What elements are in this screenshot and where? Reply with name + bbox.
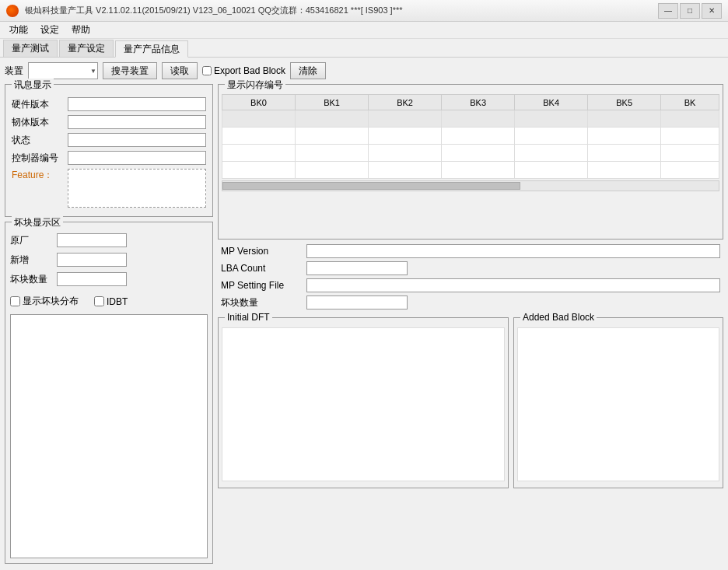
menu-item-settings[interactable]: 设定 (34, 22, 65, 38)
table-cell (369, 128, 442, 145)
flash-col-bk1: BK1 (296, 95, 369, 110)
show-distribution-checkbox[interactable] (10, 296, 20, 306)
show-distribution-item: 显示坏块分布 (10, 295, 79, 308)
table-cell (222, 145, 296, 162)
table-cell (661, 128, 719, 145)
initial-dft-textarea[interactable] (222, 327, 505, 481)
bb-count-row: 坏块数量 (10, 272, 208, 286)
table-row (222, 110, 719, 128)
table-row (222, 162, 719, 179)
minimize-button[interactable]: — (658, 3, 678, 19)
export-bad-block-checkbox[interactable] (202, 66, 212, 75)
table-cell (588, 145, 661, 162)
hardware-version-label: 硬件版本 (12, 98, 68, 111)
status-label: 状态 (12, 134, 68, 147)
bottom-panels: Initial DFT Added Bad Block (218, 317, 723, 488)
horizontal-scrollbar[interactable] (222, 180, 719, 191)
bb-count-label: 坏块数量 (10, 273, 57, 286)
added-bad-block-inner (514, 318, 723, 488)
added-bad-block-title: Added Bad Block (520, 312, 597, 323)
table-cell (661, 110, 719, 128)
new-label: 新增 (10, 254, 57, 267)
feature-textarea[interactable] (68, 169, 206, 208)
firmware-version-label: 韧体版本 (12, 116, 68, 129)
firmware-version-input[interactable] (68, 115, 206, 129)
toolbar: 装置 搜寻装置 读取 Export Bad Block 清除 (5, 62, 723, 79)
table-cell (515, 128, 588, 145)
flash-col-bk: BK (661, 95, 719, 110)
original-input[interactable] (57, 233, 127, 247)
flash-col-bk0: BK0 (222, 95, 296, 110)
mp-setting-file-label: MP Setting File (221, 280, 306, 291)
tab-mass-settings[interactable]: 量产设定 (59, 40, 114, 57)
main-content: 装置 搜寻装置 读取 Export Bad Block 清除 讯息显示 硬件版本… (0, 58, 728, 570)
initial-dft-title: Initial DFT (225, 312, 272, 323)
mp-setting-file-row: MP Setting File (221, 278, 720, 292)
scrollbar-thumb (222, 182, 520, 190)
table-cell (515, 162, 588, 179)
status-row: 状态 (12, 133, 206, 147)
bad-block-count-input[interactable] (306, 295, 408, 309)
menu-item-features[interactable]: 功能 (3, 22, 34, 38)
table-cell (515, 110, 588, 128)
lba-count-label: LBA Count (221, 263, 306, 274)
table-cell (442, 145, 515, 162)
controller-id-input[interactable] (68, 151, 206, 165)
device-select-wrapper[interactable] (28, 62, 98, 79)
idbt-checkbox[interactable] (94, 296, 104, 306)
menu-bar: 功能 设定 帮助 (0, 22, 728, 39)
idbt-item: IDBT (94, 296, 128, 307)
flash-col-bk4: BK4 (515, 95, 588, 110)
window-controls: — □ ✕ (658, 3, 722, 19)
device-select[interactable] (28, 62, 98, 79)
table-cell (515, 145, 588, 162)
table-cell (222, 110, 296, 128)
tab-mass-product-info[interactable]: 量产产品信息 (115, 40, 188, 58)
close-button[interactable]: ✕ (702, 3, 722, 19)
search-device-button[interactable]: 搜寻装置 (103, 62, 157, 79)
mp-version-input[interactable] (306, 244, 720, 258)
idbt-label: IDBT (107, 296, 128, 307)
table-cell (588, 162, 661, 179)
new-input[interactable] (57, 253, 127, 267)
table-cell (369, 145, 442, 162)
table-cell (442, 128, 515, 145)
bad-block-section-title: 坏块显示区 (12, 216, 63, 229)
hardware-version-input[interactable] (68, 97, 206, 111)
clear-button[interactable]: 清除 (290, 62, 326, 79)
menu-item-help[interactable]: 帮助 (65, 22, 96, 38)
title-bar-left: 银灿科技量产工具 V2.11.02.11(2015/09/21) V123_06… (6, 5, 403, 17)
mp-version-row: MP Version (221, 244, 720, 258)
bad-block-inner: 原厂 新增 坏块数量 显示坏块分布 (5, 222, 212, 563)
lba-count-row: LBA Count (221, 261, 720, 275)
table-cell (296, 162, 369, 179)
table-cell (296, 128, 369, 145)
mp-setting-file-input[interactable] (306, 278, 720, 292)
read-button[interactable]: 读取 (162, 62, 198, 79)
added-bad-block-panel: Added Bad Block (513, 317, 723, 488)
right-panel: 显示闪存编号 BK0 BK1 BK2 BK3 BK4 BK5 BK (218, 84, 723, 564)
table-cell (296, 145, 369, 162)
maximize-button[interactable]: □ (680, 3, 700, 19)
controller-id-label: 控制器编号 (12, 152, 68, 165)
flash-table: BK0 BK1 BK2 BK3 BK4 BK5 BK (222, 94, 719, 179)
table-cell (442, 162, 515, 179)
export-bad-block-label: Export Bad Block (214, 65, 285, 76)
initial-dft-inner (219, 318, 508, 488)
lba-count-input[interactable] (306, 261, 408, 275)
hardware-version-row: 硬件版本 (12, 97, 206, 111)
table-cell (588, 128, 661, 145)
flash-col-bk2: BK2 (369, 95, 442, 110)
table-cell (588, 110, 661, 128)
bb-count-input[interactable] (57, 272, 127, 286)
original-label: 原厂 (10, 234, 57, 247)
initial-dft-panel: Initial DFT (218, 317, 509, 488)
bb-distribution-textarea[interactable] (10, 314, 208, 558)
added-bad-block-textarea[interactable] (517, 327, 719, 481)
tab-mass-test[interactable]: 量产测试 (3, 40, 58, 57)
firmware-version-row: 韧体版本 (12, 115, 206, 129)
flash-section: 显示闪存编号 BK0 BK1 BK2 BK3 BK4 BK5 BK (218, 84, 723, 240)
flash-col-bk3: BK3 (442, 95, 515, 110)
status-input[interactable] (68, 133, 206, 147)
app-icon (6, 5, 19, 17)
